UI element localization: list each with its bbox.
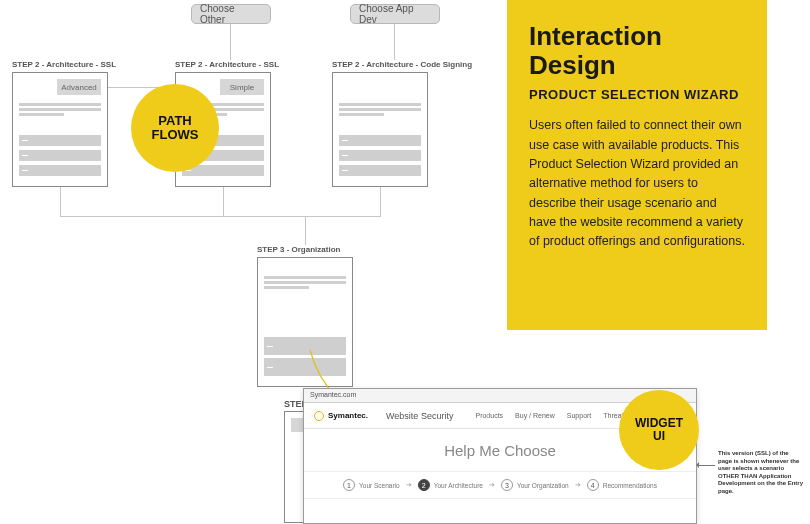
step-label: Your Organization bbox=[517, 482, 569, 489]
wireframe-card-codesigning bbox=[332, 72, 428, 187]
step-number: 3 bbox=[501, 479, 513, 491]
connector bbox=[223, 187, 224, 216]
site-title: Website Security bbox=[386, 411, 453, 421]
badge-line: PATH bbox=[158, 114, 191, 128]
wizard-step-2[interactable]: 2 Your Architecture bbox=[418, 479, 483, 491]
annotation-text: This version (SSL) of the page is shown … bbox=[718, 450, 804, 495]
step-label: Your Architecture bbox=[434, 482, 483, 489]
connector bbox=[380, 187, 381, 216]
badge-line: UI bbox=[653, 430, 665, 443]
connector bbox=[60, 216, 381, 217]
symantec-logo-icon bbox=[314, 411, 324, 421]
wizard-step-1[interactable]: 1 Your Scenario bbox=[343, 479, 400, 491]
path-flows-badge: PATH FLOWS bbox=[131, 84, 219, 172]
nav-link[interactable]: Buy / Renew bbox=[515, 412, 555, 419]
brand-name: Symantec. bbox=[328, 411, 368, 420]
wireframe-card-organization bbox=[257, 257, 353, 387]
step-label: STEP 2 - Architecture - SSL bbox=[12, 60, 116, 69]
choose-other-node: Choose Other bbox=[191, 4, 271, 24]
step-number: 1 bbox=[343, 479, 355, 491]
nav-link[interactable]: Products bbox=[475, 412, 503, 419]
wizard-step-4[interactable]: 4 Recommendations bbox=[587, 479, 657, 491]
arrow-icon: ➔ bbox=[489, 481, 495, 489]
step-number: 4 bbox=[587, 479, 599, 491]
tab-advanced: Advanced bbox=[57, 79, 101, 95]
step-label: STEP 3 - Organization bbox=[257, 245, 340, 254]
info-panel: Interaction Design PRODUCT SELECTION WIZ… bbox=[507, 0, 767, 330]
step-fragment-card bbox=[284, 411, 303, 523]
step-label: Your Scenario bbox=[359, 482, 400, 489]
arrow-icon: ➔ bbox=[575, 481, 581, 489]
step-label: STEP 2 - Architecture - Code Signing bbox=[332, 60, 472, 69]
wizard-steps: 1 Your Scenario ➔ 2 Your Architecture ➔ … bbox=[304, 471, 696, 499]
info-body: Users often failed to connect their own … bbox=[529, 116, 745, 252]
step-number: 2 bbox=[418, 479, 430, 491]
connector bbox=[305, 216, 306, 245]
badge-line: FLOWS bbox=[152, 128, 199, 142]
step-label: STEP 2 - Architecture - SSL bbox=[175, 60, 279, 69]
widget-ui-badge: WIDGET UI bbox=[619, 390, 699, 470]
connector bbox=[394, 24, 395, 60]
wizard-step-3[interactable]: 3 Your Organization bbox=[501, 479, 569, 491]
nav-link[interactable]: Support bbox=[567, 412, 592, 419]
annotation-arrow-icon bbox=[697, 465, 715, 466]
connector bbox=[230, 24, 231, 60]
info-subtitle: PRODUCT SELECTION WIZARD bbox=[529, 87, 745, 102]
wireframe-card-ssl-advanced: Advanced bbox=[12, 72, 108, 187]
arrow-icon: ➔ bbox=[406, 481, 412, 489]
info-title: Interaction Design bbox=[529, 22, 745, 79]
step-label: Recommendations bbox=[603, 482, 657, 489]
connector bbox=[60, 187, 61, 216]
choose-appdev-node: Choose App Dev bbox=[350, 4, 440, 24]
tab-simple: Simple bbox=[220, 79, 264, 95]
